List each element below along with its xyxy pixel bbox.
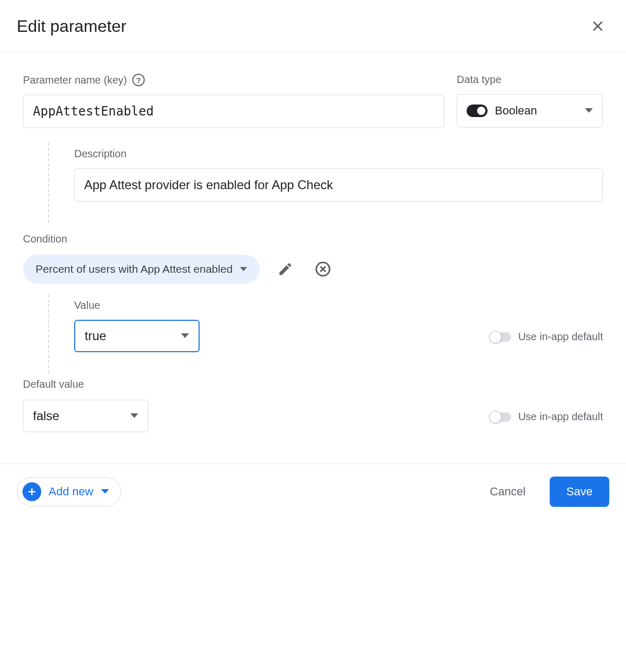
default-use-default-label: Use in-app default: [518, 411, 603, 423]
parameter-name-label: Parameter name (key) ?: [23, 74, 444, 86]
chevron-down-icon: [130, 413, 138, 419]
dialog-title: Edit parameter: [17, 17, 126, 36]
add-new-label: Add new: [49, 485, 94, 499]
condition-value-select[interactable]: true: [74, 320, 200, 352]
footer-actions: Cancel Save: [486, 477, 609, 507]
cancel-button[interactable]: Cancel: [486, 484, 528, 499]
parameter-name-column: Parameter name (key) ?: [23, 74, 444, 128]
condition-value-label: Value: [74, 299, 200, 311]
close-circle-icon: [314, 260, 332, 278]
dialog-body: Parameter name (key) ? Data type Boolean…: [0, 53, 626, 464]
plus-icon: [22, 482, 41, 501]
default-value-text: false: [33, 409, 60, 423]
condition-use-default-label: Use in-app default: [518, 331, 603, 343]
parameter-name-label-text: Parameter name (key): [23, 74, 127, 86]
default-value-label: Default value: [23, 378, 148, 390]
condition-label: Condition: [23, 233, 603, 245]
close-button[interactable]: [586, 15, 609, 38]
dialog-header: Edit parameter: [0, 0, 626, 53]
pencil-icon: [277, 261, 293, 277]
condition-value-section: Value true Use in-app default: [48, 294, 603, 373]
chevron-down-icon: [181, 333, 189, 339]
top-row: Parameter name (key) ? Data type Boolean: [23, 74, 603, 128]
save-button[interactable]: Save: [550, 477, 609, 507]
description-input[interactable]: [74, 168, 603, 202]
default-value-select[interactable]: false: [23, 400, 148, 432]
chevron-down-icon: [585, 108, 593, 113]
condition-chip[interactable]: Percent of users with App Attest enabled: [23, 254, 260, 284]
description-label: Description: [74, 148, 603, 160]
condition-use-default-toggle[interactable]: [490, 332, 511, 342]
default-value-row: Default value false Use in-app default: [23, 378, 603, 432]
chevron-down-icon: [240, 267, 247, 272]
description-section: Description: [48, 143, 603, 223]
help-icon[interactable]: ?: [132, 74, 145, 86]
data-type-label: Data type: [457, 74, 603, 86]
condition-chip-label: Percent of users with App Attest enabled: [36, 263, 233, 275]
edit-parameter-dialog: Edit parameter Parameter name (key) ? Da…: [0, 0, 626, 519]
default-use-default-row: Use in-app default: [490, 411, 603, 423]
add-new-button[interactable]: Add new: [17, 477, 121, 506]
close-icon: [590, 19, 605, 33]
edit-condition-button[interactable]: [274, 258, 296, 280]
data-type-select[interactable]: Boolean: [457, 94, 603, 128]
condition-row: Percent of users with App Attest enabled: [23, 254, 603, 284]
remove-condition-button[interactable]: [311, 257, 335, 281]
data-type-column: Data type Boolean: [457, 74, 603, 128]
dialog-footer: Add new Cancel Save: [0, 464, 626, 519]
condition-value-text: true: [85, 329, 106, 343]
data-type-value: Boolean: [495, 104, 537, 118]
chevron-down-icon: [101, 489, 109, 494]
boolean-type-icon: [467, 105, 488, 117]
condition-use-default-row: Use in-app default: [490, 331, 603, 343]
default-use-default-toggle[interactable]: [490, 412, 511, 422]
parameter-name-input[interactable]: [23, 95, 444, 128]
